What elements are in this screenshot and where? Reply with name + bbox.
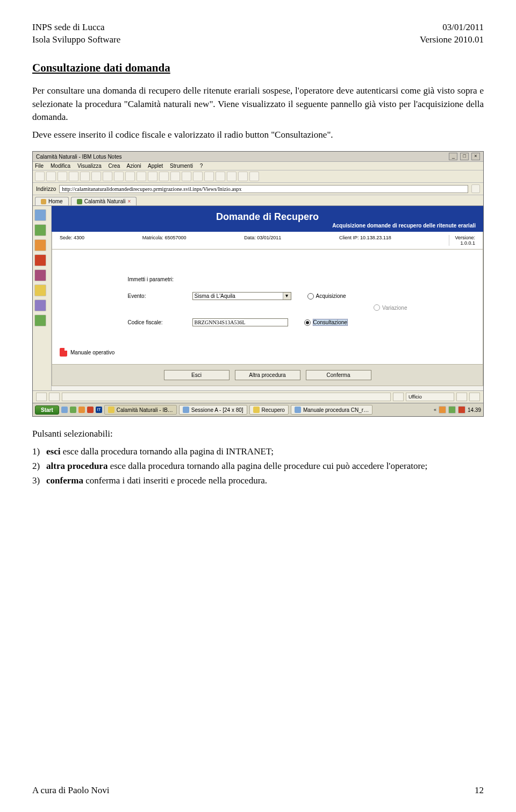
toolbar-button[interactable] <box>58 172 67 181</box>
tray-icon[interactable] <box>439 406 446 414</box>
tray-icon[interactable] <box>448 406 456 414</box>
quicklaunch-icon[interactable] <box>61 407 68 413</box>
tray-icon[interactable] <box>458 406 465 414</box>
bullet-list: 1) esci esce dalla procedura tornando al… <box>32 444 484 488</box>
toolbar-button[interactable] <box>69 172 78 181</box>
toolbar-button[interactable] <box>216 172 225 181</box>
toolbar-button[interactable] <box>204 172 214 181</box>
bullet-row: 1) esci esce dalla procedura tornando al… <box>32 444 484 459</box>
toolbar-button[interactable] <box>103 172 112 181</box>
minimize-icon[interactable]: _ <box>449 153 457 160</box>
restore-icon[interactable]: □ <box>460 153 469 160</box>
toolbar-button[interactable] <box>80 172 90 181</box>
window-title: Calamità Naturali - IBM Lotus Notes <box>36 154 122 160</box>
sede-value: 4300 <box>74 235 84 240</box>
windows-taskbar: Start IT Calamità Naturali - IB… Session… <box>33 403 483 416</box>
toolbar-button[interactable] <box>249 172 259 181</box>
menu-crea[interactable]: Crea <box>109 163 120 169</box>
matricola-label: Matricola: <box>142 235 163 240</box>
folder-icon <box>253 407 260 413</box>
menu-strumenti[interactable]: Strumenti <box>170 163 193 169</box>
status-icon <box>393 393 404 401</box>
taskbar-item[interactable]: Calamità Naturali - IB… <box>104 405 177 415</box>
menu-file[interactable]: File <box>35 163 44 169</box>
radio-acquisizione[interactable]: Acquisizione <box>307 293 346 300</box>
toolbar-button[interactable] <box>35 172 45 181</box>
altra-procedura-button[interactable]: Altra procedura <box>235 370 300 380</box>
toolbar-button[interactable] <box>159 172 169 181</box>
tray-expand-icon[interactable]: « <box>434 407 436 412</box>
paragraph-1: Per consultare una domanda di recupero d… <box>32 84 484 124</box>
manuale-label: Manuale operativo <box>70 350 114 355</box>
button-bar: Esci Altra procedura Conferma <box>52 365 483 386</box>
data-value: 03/01/2011 <box>257 235 281 240</box>
status-box <box>62 393 391 401</box>
sidebar-icon[interactable] <box>34 209 46 221</box>
tab-calamita[interactable]: Calamità Naturali× <box>71 197 137 205</box>
esci-button[interactable]: Esci <box>164 370 230 380</box>
toolbar-button[interactable] <box>114 172 124 181</box>
toolbar-button[interactable] <box>125 172 135 181</box>
toolbar-button[interactable] <box>46 172 56 181</box>
tab-home-label: Home <box>48 198 63 204</box>
system-tray: « 14.39 <box>434 406 481 414</box>
hdr-left-1: INPS sede di Lucca <box>32 22 120 34</box>
close-icon[interactable]: × <box>471 153 480 160</box>
quicklaunch-icon[interactable] <box>87 407 94 413</box>
banner-subtitle: Acquisizione domande di recupero delle r… <box>59 223 476 229</box>
menu-applet[interactable]: Applet <box>148 163 163 169</box>
app-icon <box>183 407 189 413</box>
conferma-button[interactable]: Conferma <box>306 370 371 380</box>
toolbar-button[interactable] <box>91 172 101 181</box>
tab-close-icon[interactable]: × <box>127 198 131 204</box>
toolbar-button[interactable] <box>227 172 236 181</box>
address-input[interactable]: http://calamitanaturalidomandedirecupero… <box>59 185 468 193</box>
sidebar-icon[interactable] <box>34 300 46 311</box>
sidebar-icon[interactable] <box>34 315 46 326</box>
clock: 14.39 <box>468 407 481 413</box>
status-icon <box>456 393 467 401</box>
menu-azioni[interactable]: Azioni <box>126 163 141 169</box>
menu-modifica[interactable]: Modifica <box>51 163 70 169</box>
page-header: INPS sede di Lucca Isola Sviluppo Softwa… <box>32 22 484 46</box>
address-dropdown-icon[interactable] <box>471 184 480 193</box>
sidebar-icon[interactable] <box>34 269 46 281</box>
codice-fiscale-label: Codice fiscale: <box>128 319 192 325</box>
address-bar: Indirizzo http://calamitanaturalidomande… <box>33 183 483 195</box>
toolbar-button[interactable] <box>193 172 203 181</box>
toolbar-button[interactable] <box>238 172 248 181</box>
toolbar-button[interactable] <box>148 172 157 181</box>
form-panel: Immetti i parametri: Evento: Sisma di L'… <box>52 250 483 365</box>
toolbar-button[interactable] <box>170 172 180 181</box>
sidebar-icon[interactable] <box>34 254 46 266</box>
quicklaunch-icon[interactable]: IT <box>96 407 102 413</box>
radio-consultazione[interactable]: Consultazione <box>304 319 348 326</box>
sidebar-icon[interactable] <box>34 224 46 236</box>
menu-bar[interactable]: File Modifica Visualizza Crea Azioni App… <box>33 162 483 170</box>
evento-select[interactable]: Sisma di L'Aquila ▾ <box>192 292 291 300</box>
address-label: Indirizzo <box>36 186 56 192</box>
start-button[interactable]: Start <box>35 405 59 415</box>
taskbar-item[interactable]: Manuale procedura CN_r… <box>291 405 372 415</box>
taskbar-item[interactable]: Recupero <box>249 405 289 415</box>
taskbar-item[interactable]: Sessione A - [24 x 80] <box>179 405 247 415</box>
toolbar-button[interactable] <box>182 172 191 181</box>
quicklaunch-icon[interactable] <box>70 407 76 413</box>
clientip-label: Client IP: <box>339 235 359 240</box>
menu-visualizza[interactable]: Visualizza <box>77 163 102 169</box>
toolbar-button[interactable] <box>137 172 146 181</box>
codice-fiscale-input[interactable]: BRZGNN34S13A536L <box>192 318 288 326</box>
radio-variazione: Variazione <box>374 304 407 311</box>
menu-help[interactable]: ? <box>200 163 203 169</box>
sidebar-icon[interactable] <box>34 239 46 251</box>
tab-home[interactable]: Home <box>35 197 69 205</box>
sidebar-icon[interactable] <box>34 284 46 296</box>
paragraph-2: Deve essere inserito il codice fiscale e… <box>32 129 484 142</box>
banner-title: Domande di Recupero <box>59 211 476 223</box>
versione-value: 1.0.0.1 <box>460 240 475 246</box>
quicklaunch-icon[interactable] <box>78 407 85 413</box>
pulsanti-intro: Pulsanti selezionabili: <box>32 428 484 441</box>
manuale-operativo-link[interactable]: Manuale operativo <box>60 348 475 357</box>
app-icon <box>108 407 114 413</box>
status-ufficio: Ufficio <box>406 393 454 401</box>
